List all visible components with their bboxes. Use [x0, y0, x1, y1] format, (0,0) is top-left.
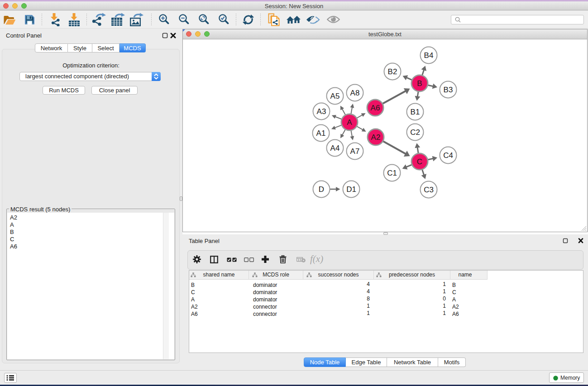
svg-text:A4: A4 — [330, 144, 340, 152]
svg-text:A6: A6 — [371, 104, 380, 112]
svg-text:B4: B4 — [424, 51, 434, 60]
svg-text:C: C — [417, 157, 422, 166]
svg-text:C3: C3 — [424, 186, 434, 194]
svg-text:A3: A3 — [317, 107, 326, 116]
svg-text:D: D — [319, 185, 324, 194]
svg-text:C2: C2 — [410, 128, 420, 137]
svg-text:B2: B2 — [388, 67, 397, 76]
svg-text:A2: A2 — [371, 133, 381, 142]
svg-text:C1: C1 — [387, 169, 397, 177]
svg-text:A: A — [347, 118, 352, 127]
svg-text:C4: C4 — [443, 151, 453, 160]
svg-text:A5: A5 — [330, 92, 340, 100]
svg-text:A8: A8 — [350, 89, 360, 97]
svg-text:B: B — [417, 79, 422, 88]
svg-text:D1: D1 — [346, 185, 356, 194]
svg-text:B1: B1 — [411, 108, 420, 116]
svg-text:B3: B3 — [444, 86, 453, 94]
svg-text:A7: A7 — [350, 147, 360, 156]
svg-text:A1: A1 — [316, 129, 326, 138]
